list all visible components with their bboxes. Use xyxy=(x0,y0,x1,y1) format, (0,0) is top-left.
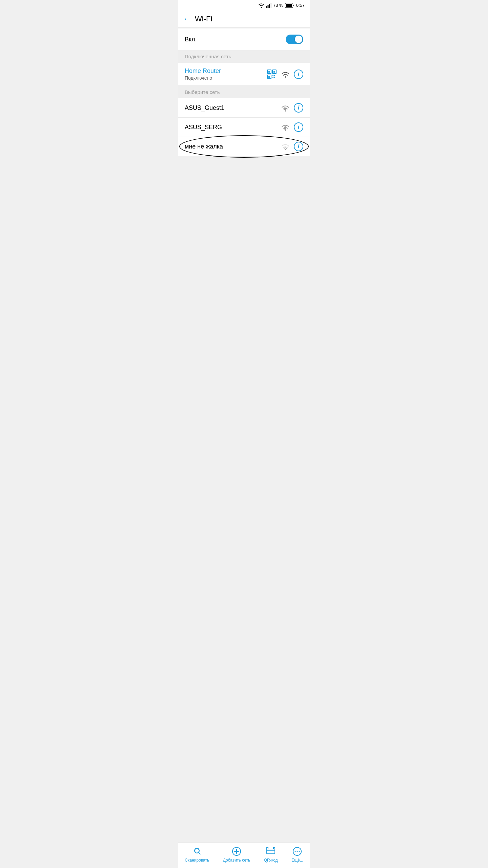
nav-add-label: Добавить сеть xyxy=(223,858,250,863)
connected-network-icons: i xyxy=(267,69,303,79)
available-section-header: Выберите сеть xyxy=(178,86,310,98)
info-button-mne-ne-zhalka[interactable]: i xyxy=(294,142,303,151)
svg-point-22 xyxy=(285,149,286,150)
connected-network-status: Подключено xyxy=(185,75,221,81)
nav-scan[interactable]: Сканировать xyxy=(185,846,209,863)
status-wifi-icon xyxy=(258,3,264,8)
network-info-asus-guest1: ASUS_Guest1 xyxy=(185,104,224,112)
wifi-icon-mne-ne-zhalka xyxy=(281,143,290,150)
svg-point-30 xyxy=(297,851,298,852)
svg-point-18 xyxy=(285,110,286,112)
scan-icon xyxy=(192,846,202,856)
svg-rect-7 xyxy=(268,71,270,73)
page-title: Wi-Fi xyxy=(195,15,212,23)
network-row-mne-ne-zhalka[interactable]: мне не жалка i xyxy=(178,137,310,156)
status-bar: 73 % 0:57 xyxy=(178,0,310,11)
network-icons-asus-guest1: i xyxy=(281,103,303,113)
wifi-toggle-label: Вкл. xyxy=(185,36,197,43)
svg-rect-21 xyxy=(284,128,286,130)
battery-icon xyxy=(285,3,294,8)
add-network-icon xyxy=(231,846,242,856)
svg-rect-5 xyxy=(286,4,292,7)
nav-more[interactable]: Ещё... xyxy=(291,846,303,863)
svg-rect-3 xyxy=(271,3,272,8)
info-button-asus-guest1[interactable]: i xyxy=(294,103,303,113)
qr-nav-icon xyxy=(266,846,276,856)
status-signal-icon xyxy=(266,3,271,8)
app-header: ← Wi-Fi xyxy=(178,11,310,28)
svg-rect-13 xyxy=(274,75,275,76)
info-button-asus-serg[interactable]: i xyxy=(294,122,303,132)
svg-point-17 xyxy=(285,76,286,78)
svg-rect-9 xyxy=(273,71,275,73)
back-button[interactable]: ← xyxy=(183,15,191,23)
nav-scan-label: Сканировать xyxy=(185,858,209,863)
svg-rect-2 xyxy=(269,4,270,8)
connected-network-name: Home Router xyxy=(185,67,221,75)
connected-section-header: Подключенная сеть xyxy=(178,50,310,63)
wifi-icon-asus-guest1 xyxy=(281,104,290,112)
connected-info-button[interactable]: i xyxy=(294,70,303,79)
svg-rect-19 xyxy=(284,108,286,110)
bottom-navigation: Сканировать Добавить сеть QR-код Ещё... xyxy=(178,843,310,868)
svg-rect-11 xyxy=(268,76,270,78)
svg-rect-15 xyxy=(274,77,275,78)
network-info-asus-serg: ASUS_SERG xyxy=(185,124,222,131)
network-name-mne-ne-zhalka: мне не жалка xyxy=(185,143,223,150)
status-time: 0:57 xyxy=(296,3,305,8)
svg-rect-14 xyxy=(272,77,273,78)
svg-rect-25 xyxy=(267,849,275,854)
network-icons-mne-ne-zhalka: i xyxy=(281,142,303,151)
more-icon xyxy=(292,846,302,856)
nav-qr-label: QR-код xyxy=(264,858,278,863)
nav-more-label: Ещё... xyxy=(291,858,303,863)
network-row-asus-guest1[interactable]: ASUS_Guest1 i xyxy=(178,98,310,118)
svg-point-29 xyxy=(295,851,296,852)
nav-add-network[interactable]: Добавить сеть xyxy=(223,846,250,863)
connected-network-row[interactable]: Home Router Подключено i xyxy=(178,63,310,86)
wifi-icon-asus-serg xyxy=(281,123,290,131)
svg-rect-16 xyxy=(272,75,273,76)
network-row-asus-serg[interactable]: ASUS_SERG i xyxy=(178,118,310,137)
connected-network-info: Home Router Подключено xyxy=(185,67,221,81)
svg-rect-26 xyxy=(267,847,268,849)
network-name-asus-guest1: ASUS_Guest1 xyxy=(185,104,224,112)
network-name-asus-serg: ASUS_SERG xyxy=(185,124,222,131)
svg-rect-1 xyxy=(268,5,269,8)
network-info-mne-ne-zhalka: мне не жалка xyxy=(185,143,223,150)
wifi-toggle-row: Вкл. xyxy=(178,28,310,50)
network-icons-asus-serg: i xyxy=(281,122,303,132)
svg-point-31 xyxy=(299,851,300,852)
qr-code-icon[interactable] xyxy=(267,69,277,79)
svg-point-20 xyxy=(285,130,286,131)
svg-rect-0 xyxy=(266,6,267,8)
battery-percentage: 73 % xyxy=(273,3,283,8)
nav-qr-code[interactable]: QR-код xyxy=(264,846,278,863)
svg-rect-27 xyxy=(273,847,275,849)
wifi-toggle-switch[interactable] xyxy=(286,35,303,44)
connected-wifi-icon xyxy=(281,71,290,78)
